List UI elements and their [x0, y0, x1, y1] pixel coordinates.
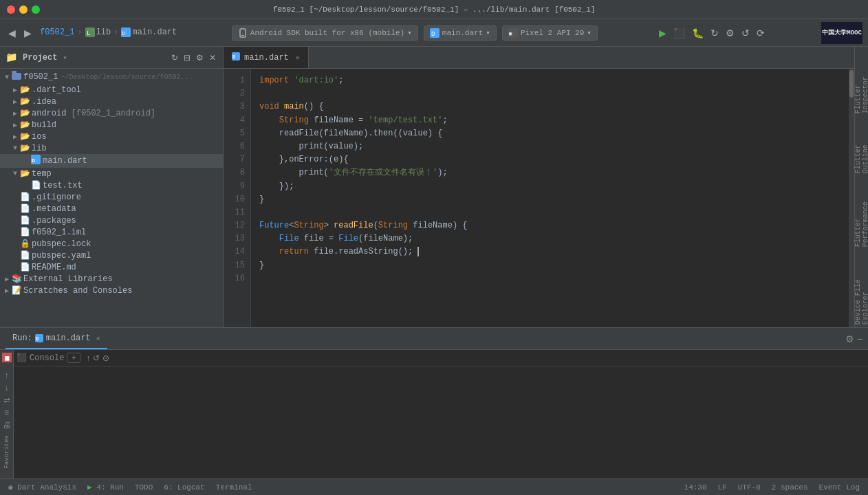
settings-button[interactable]: ⚙	[195, 52, 205, 64]
tree-item-packages[interactable]: 📄 .packages	[0, 214, 223, 226]
tree-item-gitignore[interactable]: 📄 .gitignore	[0, 191, 223, 203]
console-ctrl-3[interactable]: ⊙	[102, 353, 109, 363]
position-indicator[interactable]: 14:30	[682, 483, 710, 492]
stop-run-button[interactable]: ◼	[2, 353, 12, 362]
terminal-label: Terminal	[216, 483, 252, 492]
reload-button[interactable]: ↺	[740, 26, 751, 40]
main-content: 📁 Project ▾ ↻ ⊟ ⚙ ✕ ▼ f0502_1 ~/Desktop/…	[0, 47, 868, 327]
sync-button[interactable]: ↻	[170, 52, 180, 64]
run-content: ⬛ Console + ↑ ↺ ⊙	[14, 350, 868, 478]
terminal-status[interactable]: Terminal	[213, 483, 255, 492]
tree-item-pubspec-lock[interactable]: 🔒 pubspec.lock	[0, 238, 223, 250]
tree-item-test-txt[interactable]: 📄 test.txt	[0, 179, 223, 191]
run-config-selector[interactable]: D main.dart ▾	[424, 25, 497, 41]
text-file-icon: 📄	[30, 180, 41, 190]
code-line-11	[259, 206, 840, 219]
print-icon[interactable]: 🖨	[3, 420, 11, 430]
tab-main-dart[interactable]: D main.dart ✕	[224, 47, 309, 68]
flutter-inspector-label[interactable]: Flutter Inspector	[853, 52, 869, 116]
code-line-13: File file = File(fileName);	[259, 232, 840, 245]
tree-item-build[interactable]: ▶ 📂 build	[0, 119, 223, 131]
maximize-button[interactable]	[32, 6, 40, 14]
wrap-icon[interactable]: ⇌	[3, 395, 10, 405]
tree-item-readme[interactable]: 📄 README.md	[0, 261, 223, 273]
svg-rect-5	[241, 35, 244, 36]
svg-text:D: D	[36, 336, 39, 342]
indent-indicator[interactable]: 2 spaces	[769, 483, 811, 492]
tree-item-main-dart[interactable]: D main.dart	[0, 154, 223, 168]
console-add-tab[interactable]: +	[67, 353, 80, 363]
tree-path: ~/Desktop/lesson/source/f0502...	[61, 74, 193, 81]
tab-close-button[interactable]: ✕	[296, 54, 300, 62]
logo-area: 中国大学MOOC	[821, 22, 862, 44]
code-line-4: String fileName = 'temp/test.txt';	[259, 114, 840, 127]
tree-item-ext-libs[interactable]: ▶ 📚 External Libraries	[0, 273, 223, 285]
tree-label-packages: .packages	[32, 216, 76, 226]
device-selector[interactable]: Android SDK built for x86 (mobile) ▾	[232, 25, 418, 41]
tree-item-metadata[interactable]: 📄 .metadata	[0, 203, 223, 214]
emulator-dropdown-icon: ▾	[587, 28, 592, 37]
device-file-explorer-label[interactable]: Device File Explorer	[853, 253, 869, 327]
minimize-button[interactable]	[19, 6, 28, 14]
tree-item-f0502_1[interactable]: ▼ f0502_1 ~/Desktop/lesson/source/f0502.…	[0, 70, 223, 84]
close-button[interactable]	[7, 6, 15, 14]
restart-button[interactable]: ⟳	[755, 26, 766, 40]
lf-indicator[interactable]: LF	[715, 483, 730, 492]
todo-label: TODO	[135, 483, 153, 492]
tree-item-iml[interactable]: 📄 f0502_1.iml	[0, 226, 223, 238]
encoding-indicator[interactable]: UTF-8	[735, 483, 763, 492]
logcat-status[interactable]: 6: Logcat	[161, 483, 207, 492]
run-tab-close[interactable]: ✕	[96, 334, 100, 342]
tree-item-android[interactable]: ▶ 📂 android [f0502_1_android]	[0, 107, 223, 119]
collapse-button[interactable]: ⊟	[182, 52, 192, 64]
console-toolbar: ⬛ Console + ↑ ↺ ⊙	[14, 350, 868, 366]
toolbar-center: Android SDK built for x86 (mobile) ▾ D m…	[232, 25, 598, 41]
arrow-up-icon[interactable]: ↑	[5, 371, 9, 380]
run-tab[interactable]: Run: D main.dart ✕	[6, 328, 107, 349]
event-log[interactable]: Event Log	[816, 483, 862, 492]
editor-content: 12345 678910 1112131415 16 import 'dart:…	[224, 69, 854, 327]
coverage-button[interactable]: ↻	[709, 26, 720, 40]
code-line-15: }	[259, 259, 840, 272]
tree-item-temp[interactable]: ▼ 📂 temp	[0, 168, 223, 179]
run-side-toolbar: ◼ ↑ ↓ ⇌ ≡ 🖨 Favorites	[0, 350, 14, 478]
flutter-performance-label[interactable]: Flutter Performance	[853, 179, 869, 250]
tree-label-main-dart: main.dart	[43, 156, 87, 166]
tree-item-dart_tool[interactable]: ▶ 📂 .dart_tool	[0, 84, 223, 96]
todo-status[interactable]: TODO	[132, 483, 155, 492]
breadcrumb-item-1[interactable]: f0502_1	[40, 28, 74, 37]
breadcrumb-item-2[interactable]: Llib	[85, 28, 111, 37]
favorites-label[interactable]: Favorites	[2, 434, 12, 470]
window-controls[interactable]	[7, 6, 40, 14]
flutter-outline-label[interactable]: Flutter Outline	[853, 119, 869, 176]
breadcrumb-item-3[interactable]: Dmain.dart	[121, 28, 177, 37]
right-panel: Flutter Inspector Flutter Outline Flutte…	[854, 47, 868, 327]
tree-item-pubspec-yaml[interactable]: 📄 pubspec.yaml	[0, 250, 223, 261]
code-editor[interactable]: import 'dart:io'; void main() { String f…	[251, 69, 849, 327]
console-ctrl-2[interactable]: ↺	[93, 353, 100, 363]
gear-icon-button[interactable]: ✕	[208, 52, 217, 64]
console-ctrl-1[interactable]: ↑	[86, 353, 90, 363]
code-line-9: });	[259, 180, 840, 193]
run-config-label: main.dart	[442, 29, 483, 37]
run-minimize-button[interactable]: −	[857, 333, 862, 344]
forward-button[interactable]: ▶	[21, 26, 34, 40]
code-line-2	[259, 87, 840, 100]
back-button[interactable]: ◀	[6, 26, 19, 40]
dart-analysis-status[interactable]: ◉ Dart Analysis	[6, 483, 79, 492]
debug-button[interactable]: 🐛	[691, 26, 705, 40]
stop-button[interactable]: ⬛	[672, 26, 686, 40]
run-button[interactable]: ▶	[658, 26, 668, 40]
run-settings-button[interactable]: ⚙	[845, 333, 854, 344]
tree-item-lib[interactable]: ▼ 📂 lib	[0, 142, 223, 154]
run-status[interactable]: ▶ 4: Run	[85, 483, 127, 492]
tree-item-idea[interactable]: ▶ 📂 .idea	[0, 96, 223, 107]
tree-item-ios[interactable]: ▶ 📂 ios	[0, 131, 223, 142]
tree-item-scratches[interactable]: ▶ 📝 Scratches and Consoles	[0, 285, 223, 296]
profile-button[interactable]: ⚙	[724, 26, 736, 40]
run-status-icon: ▶	[87, 483, 92, 492]
arrow-down-icon[interactable]: ↓	[5, 383, 9, 393]
align-icon[interactable]: ≡	[4, 408, 9, 417]
status-bar: ◉ Dart Analysis ▶ 4: Run TODO 6: Logcat …	[0, 478, 868, 495]
emulator-selector[interactable]: ▣ Pixel 2 API 29 ▾	[502, 25, 598, 41]
